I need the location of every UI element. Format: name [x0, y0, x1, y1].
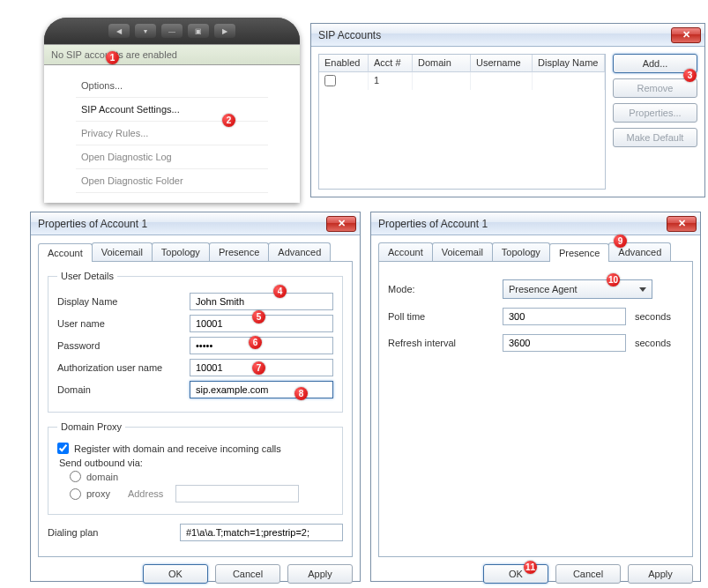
tab-topology[interactable]: Topology	[492, 242, 550, 261]
phone-top-bar: ◀ ▾ — ▣ ▶	[44, 18, 300, 44]
mode-value: Presence Agent	[509, 284, 578, 294]
make-default-button[interactable]: Make Default	[613, 128, 697, 147]
account-properties-presence-window: Properties of Account 1 ✕ Account Voicem…	[370, 212, 701, 582]
display-name-label: Display Name	[57, 296, 190, 307]
col-username[interactable]: Username	[471, 55, 533, 72]
tab-advanced[interactable]: Advanced	[268, 242, 331, 261]
tab-account[interactable]: Account	[38, 243, 93, 262]
titlebar: Properties of Account 1 ✕	[31, 212, 360, 235]
table-row[interactable]: 1	[319, 72, 605, 90]
menu-item-sip-settings[interactable]: SIP Account Settings...	[76, 98, 268, 122]
callout-badge-3: 3	[683, 69, 697, 82]
send-via-domain-label: domain	[86, 472, 118, 482]
cell-acct: 1	[369, 72, 413, 90]
col-display[interactable]: Display Name	[533, 55, 605, 72]
proxy-address-label: Address	[128, 488, 163, 499]
tab-voicemail[interactable]: Voicemail	[92, 242, 153, 261]
callout-badge-7: 7	[252, 361, 265, 375]
close-button[interactable]: ✕	[671, 27, 701, 43]
account-properties-window: Properties of Account 1 ✕ Account Voicem…	[30, 212, 361, 582]
callout-badge-10: 10	[607, 273, 620, 287]
cancel-button[interactable]: Cancel	[555, 564, 621, 584]
auth-user-label: Authorization user name	[57, 362, 190, 373]
user-details-legend: User Details	[57, 271, 117, 281]
close-icon: ✕	[682, 29, 690, 41]
dialing-plan-field[interactable]	[180, 524, 343, 541]
close-icon: ✕	[338, 218, 346, 229]
callout-badge-11: 11	[524, 561, 537, 574]
cell-username	[471, 72, 533, 90]
close-button[interactable]: ✕	[326, 216, 356, 232]
apply-button[interactable]: Apply	[628, 564, 693, 584]
titlebar: Properties of Account 1 ✕	[371, 212, 700, 235]
mode-label: Mode:	[388, 284, 503, 294]
refresh-interval-label: Refresh interval	[388, 338, 503, 348]
domain-field[interactable]	[190, 381, 333, 398]
phone-menu: Options... SIP Account Settings... Priva…	[44, 65, 300, 203]
apply-button[interactable]: Apply	[287, 564, 353, 584]
mode-select[interactable]: Presence Agent	[503, 279, 652, 299]
col-acct[interactable]: Acct #	[369, 55, 413, 72]
callout-badge-1: 1	[106, 51, 119, 64]
window-title: SIP Accounts	[318, 29, 671, 41]
phone-hw-button[interactable]: —	[161, 24, 183, 38]
menu-item-privacy[interactable]: Privacy Rules...	[76, 122, 268, 145]
cancel-button[interactable]: Cancel	[215, 564, 280, 584]
tab-topology[interactable]: Topology	[152, 242, 210, 261]
refresh-interval-field[interactable]	[503, 334, 626, 352]
user-name-label: User name	[57, 318, 190, 329]
send-via-proxy-radio[interactable]	[70, 488, 81, 500]
cell-display	[533, 72, 605, 90]
callout-badge-2: 2	[222, 114, 235, 127]
softphone-device: ◀ ▾ — ▣ ▶ No SIP accounts are enabled ◀ …	[44, 18, 300, 203]
send-via-proxy-label: proxy	[86, 488, 110, 499]
callout-badge-5: 5	[252, 310, 265, 324]
send-via-label: Send outbound via:	[59, 458, 333, 468]
ok-button[interactable]: OK	[143, 564, 208, 584]
col-domain[interactable]: Domain	[413, 55, 471, 72]
register-checkbox[interactable]	[57, 443, 69, 454]
display-name-field[interactable]	[190, 293, 333, 310]
phone-hw-button[interactable]: ▣	[188, 24, 209, 38]
remove-button[interactable]: Remove	[613, 78, 697, 98]
phone-hw-button[interactable]: ▾	[135, 24, 156, 38]
cell-domain	[413, 72, 471, 90]
tab-account[interactable]: Account	[378, 242, 433, 261]
col-enabled[interactable]: Enabled	[319, 55, 369, 72]
poll-time-field[interactable]	[503, 308, 626, 325]
callout-badge-9: 9	[614, 234, 627, 248]
menu-item-diag-folder[interactable]: Open Diagnostic Folder	[76, 169, 268, 193]
ok-button[interactable]: OK	[483, 564, 548, 584]
password-label: Password	[57, 340, 190, 351]
domain-proxy-group: Domain Proxy Register with domain and re…	[48, 421, 343, 515]
properties-button[interactable]: Properties...	[613, 103, 697, 123]
domain-label: Domain	[57, 384, 190, 395]
accounts-table: Enabled Acct # Domain Username Display N…	[318, 54, 606, 190]
close-button[interactable]: ✕	[667, 216, 697, 232]
send-via-domain-radio[interactable]	[70, 471, 81, 482]
tab-presence[interactable]: Presence	[549, 243, 609, 262]
proxy-address-field[interactable]	[175, 485, 299, 502]
phone-status-bar: No SIP accounts are enabled	[44, 44, 300, 65]
poll-time-unit: seconds	[635, 311, 671, 322]
window-title: Properties of Account 1	[38, 218, 326, 230]
cell-enabled[interactable]	[319, 72, 369, 90]
tabs: Account Voicemail Topology Presence Adva…	[31, 235, 360, 261]
callout-badge-6: 6	[249, 336, 262, 349]
window-title: Properties of Account 1	[378, 218, 667, 230]
domain-proxy-legend: Domain Proxy	[57, 421, 125, 432]
callout-badge-4: 4	[273, 285, 287, 298]
menu-item-diag-log[interactable]: Open Diagnostic Log	[76, 145, 268, 169]
close-icon: ✕	[678, 218, 686, 229]
menu-item-options[interactable]: Options...	[76, 74, 268, 98]
tab-voicemail[interactable]: Voicemail	[432, 242, 493, 261]
titlebar: SIP Accounts ✕	[311, 24, 704, 47]
chevron-down-icon	[639, 287, 646, 292]
refresh-interval-unit: seconds	[635, 338, 671, 348]
phone-hw-button[interactable]: ◀	[108, 24, 130, 38]
callout-badge-8: 8	[294, 387, 308, 400]
tab-presence[interactable]: Presence	[209, 242, 269, 261]
account-enabled-checkbox[interactable]	[324, 75, 336, 86]
phone-hw-button[interactable]: ▶	[214, 24, 235, 38]
poll-time-label: Poll time	[388, 311, 503, 322]
